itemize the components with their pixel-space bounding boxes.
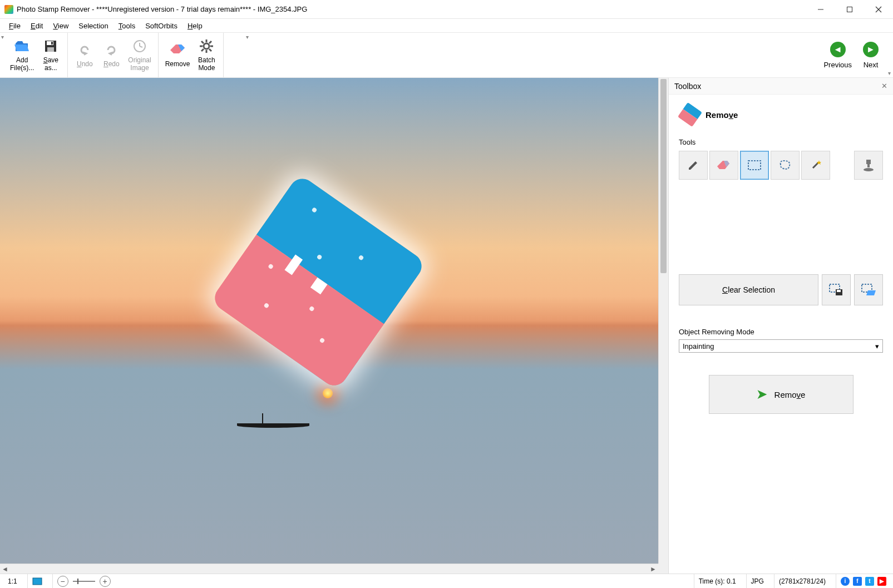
facebook-icon[interactable]: f	[853, 577, 862, 586]
remove-button[interactable]: Remove	[162, 36, 194, 75]
remove-label: Remove	[165, 60, 190, 68]
toolbar-overflow-right[interactable]: ▾	[888, 70, 891, 76]
next-icon: ►	[863, 42, 879, 57]
next-label: Next	[864, 61, 879, 69]
rectangle-marquee-tool-button[interactable]	[740, 151, 769, 180]
previous-button[interactable]: ◄ Previous	[818, 39, 857, 71]
svg-line-26	[201, 49, 204, 51]
svg-line-25	[209, 41, 211, 43]
batch-mode-button[interactable]: BatchMode	[193, 36, 220, 75]
dimensions-label: (2781x2781/24)	[774, 574, 830, 588]
scroll-left-icon[interactable]: ◄	[0, 564, 10, 574]
eraser-icon	[170, 42, 185, 58]
svg-rect-10	[51, 42, 53, 45]
zoom-controls: − +	[52, 574, 115, 588]
clear-selection-button[interactable]: Clear Selection	[679, 274, 818, 305]
remove-action-label: Remove	[774, 390, 806, 399]
toolbox-title: Toolbox	[674, 82, 701, 91]
titlebar: Photo Stamp Remover - ****Unregistered v…	[0, 0, 893, 19]
menu-edit[interactable]: Edit	[26, 21, 47, 31]
svg-marker-6	[14, 45, 29, 51]
svg-line-31	[813, 162, 818, 168]
menu-softorbits[interactable]: SoftOrbits	[141, 21, 182, 31]
boat-graphic	[237, 414, 309, 428]
svg-line-23	[201, 41, 204, 43]
svg-rect-41	[33, 578, 42, 585]
tools-group-label: Tools	[679, 138, 883, 146]
scroll-corner	[658, 564, 668, 574]
menu-file[interactable]: File	[4, 21, 25, 31]
object-removing-mode-select[interactable]: Inpainting ▾	[679, 339, 883, 353]
svg-rect-33	[866, 160, 871, 164]
youtube-icon[interactable]: ▶	[877, 577, 886, 586]
redo-icon	[103, 42, 119, 58]
arrow-right-icon: ➤	[757, 387, 767, 402]
window-title: Photo Stamp Remover - ****Unregistered v…	[17, 5, 806, 13]
horizontal-scrollbar[interactable]: ◄ ►	[0, 564, 658, 574]
eraser-brush-tool-button[interactable]	[709, 151, 738, 180]
original-image-button[interactable]: OriginalImage	[125, 36, 154, 75]
svg-rect-38	[837, 290, 841, 292]
minimize-button[interactable]	[806, 0, 835, 19]
remove-action-button[interactable]: ➤ Remove	[709, 375, 853, 414]
svg-line-15	[140, 46, 142, 47]
sun-graphic	[323, 388, 333, 398]
scroll-right-icon[interactable]: ►	[648, 564, 658, 574]
free-select-tool-button[interactable]	[771, 151, 800, 180]
svg-marker-5	[16, 41, 23, 43]
menu-tools[interactable]: Tools	[114, 21, 140, 31]
app-icon	[4, 5, 13, 14]
close-button[interactable]	[864, 0, 893, 19]
pencil-tool-button[interactable]	[679, 151, 708, 180]
tools-row	[679, 151, 883, 180]
twitter-icon[interactable]: t	[865, 577, 874, 586]
clone-stamp-tool-button[interactable]	[854, 151, 883, 180]
statusbar: 1:1 − + Time (s): 0.1 JPG (2781x2781/24)…	[0, 574, 893, 588]
zoom-in-button[interactable]: +	[100, 576, 111, 587]
menu-help[interactable]: Help	[183, 21, 207, 31]
menubar: File Edit View Selection Tools SoftOrbit…	[0, 19, 893, 32]
save-as-button[interactable]: Saveas...	[37, 36, 64, 75]
toolbox-close-button[interactable]: ✕	[881, 82, 887, 90]
load-selection-button[interactable]	[854, 274, 883, 305]
maximize-button[interactable]	[835, 0, 864, 19]
mode-select-value: Inpainting	[683, 342, 714, 350]
undo-icon	[77, 42, 92, 58]
svg-point-35	[864, 168, 874, 171]
time-label: Time (s): 0.1	[694, 574, 741, 588]
object-removing-mode-label: Object Removing Mode	[679, 328, 883, 336]
zoom-ratio-label[interactable]: 1:1	[3, 574, 22, 588]
eraser-logo-graphic	[210, 174, 427, 391]
toolbar: ▾ AddFile(s)... Saveas... Undo Redo	[0, 32, 893, 78]
fit-screen-button[interactable]	[27, 574, 47, 588]
menu-view[interactable]: View	[48, 21, 73, 31]
next-button[interactable]: ► Next	[857, 39, 884, 71]
zoom-out-button[interactable]: −	[57, 576, 68, 587]
image-preview[interactable]	[0, 78, 658, 564]
svg-rect-34	[867, 164, 870, 167]
menu-selection[interactable]: Selection	[74, 21, 112, 31]
svg-point-18	[204, 43, 209, 49]
toolbar-overflow-top-left[interactable]: ▾	[1, 34, 4, 40]
magic-wand-tool-button[interactable]	[801, 151, 830, 180]
chevron-down-icon: ▾	[875, 342, 879, 350]
eraser-icon	[678, 102, 703, 127]
svg-marker-27	[689, 161, 697, 170]
vertical-scrollbar[interactable]	[658, 78, 668, 564]
undo-button[interactable]: Undo	[71, 36, 98, 75]
svg-rect-9	[47, 47, 54, 52]
clock-icon	[132, 38, 147, 54]
zoom-slider[interactable]	[73, 581, 95, 582]
format-label: JPG	[746, 574, 768, 588]
add-files-button[interactable]: AddFile(s)...	[7, 36, 37, 75]
svg-rect-1	[847, 7, 852, 12]
svg-rect-30	[748, 161, 761, 170]
save-icon	[43, 38, 58, 54]
info-icon[interactable]: i	[841, 577, 850, 586]
toolbar-overflow-mid[interactable]: ▾	[246, 34, 249, 40]
toolbox-header: Toolbox ✕	[669, 78, 893, 95]
canvas-viewport[interactable]: ◄ ►	[0, 78, 668, 574]
save-selection-button[interactable]	[822, 274, 851, 305]
redo-button[interactable]: Redo	[98, 36, 125, 75]
gear-icon	[199, 38, 214, 54]
